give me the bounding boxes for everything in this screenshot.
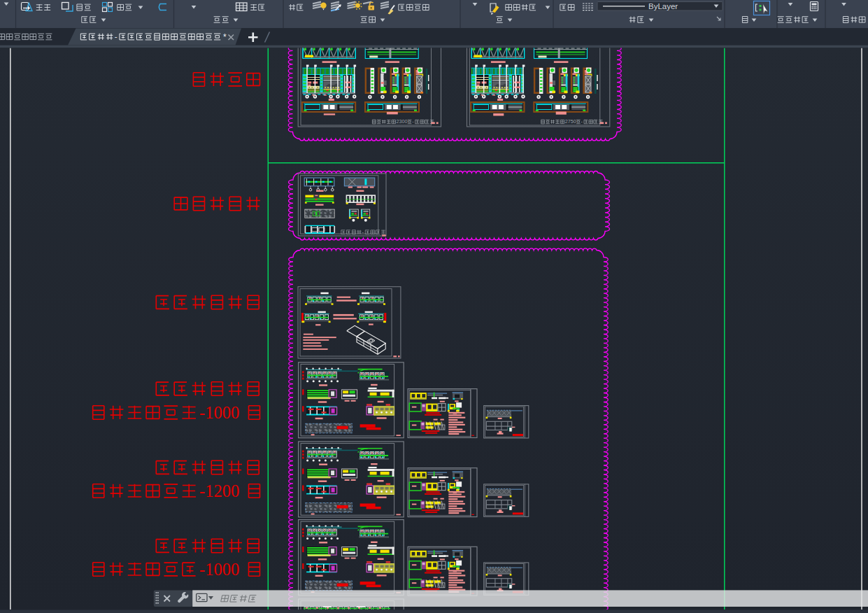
svg-text:-1200: -1200: [199, 481, 239, 500]
svg-text:*: *: [223, 32, 227, 42]
svg-text:ByLayer: ByLayer: [648, 2, 678, 10]
svg-text:-1000: -1000: [199, 403, 239, 422]
svg-text:-1000: -1000: [199, 560, 239, 579]
svg-text:-: -: [115, 31, 118, 41]
svg-text:2750: 2750: [565, 118, 576, 125]
svg-text:2300: 2300: [397, 118, 408, 125]
